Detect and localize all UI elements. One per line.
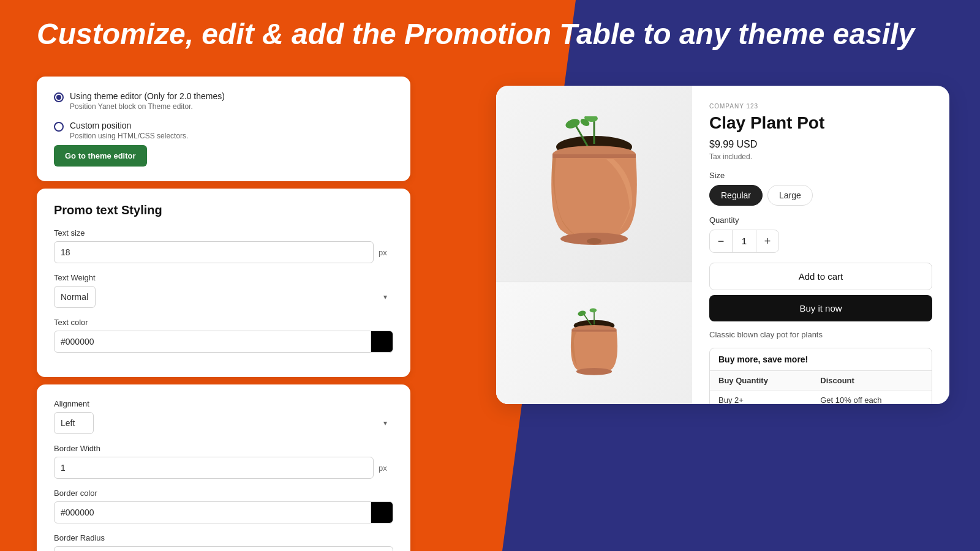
promo-col2-header: Discount (812, 371, 932, 391)
radio-group: Using theme editor (Only for 2.0 themes)… (54, 91, 393, 140)
text-size-label: Text size (54, 228, 393, 238)
size-large-button[interactable]: Large (767, 185, 813, 206)
qty-increase-button[interactable]: + (756, 230, 778, 252)
svg-point-14 (590, 308, 597, 312)
text-color-swatch[interactable] (371, 331, 393, 353)
positioning-card: Using theme editor (Only for 2.0 themes)… (37, 77, 410, 181)
size-regular-button[interactable]: Regular (709, 185, 763, 206)
svg-point-3 (564, 117, 581, 130)
product-price: $9.99 USD (709, 139, 932, 150)
qty-decrease-button[interactable]: − (710, 230, 732, 252)
svg-point-9 (587, 238, 601, 244)
radio-sublabel-2: Position using HTML/CSS selectors. (70, 132, 188, 140)
promo-table-row: Buy 2+Get 10% off each (710, 391, 932, 405)
text-color-input[interactable] (54, 331, 371, 353)
text-color-field: Text color (54, 318, 393, 353)
text-size-field: Text size px (54, 228, 393, 263)
promo-text-styling-card: Promo text Styling Text size px Text Wei… (37, 189, 410, 377)
size-options: Regular Large (709, 185, 932, 206)
text-color-input-row (54, 331, 393, 353)
product-description: Classic blown clay pot for plants (709, 330, 932, 339)
text-weight-wrapper: Normal Bold Light (54, 286, 393, 308)
size-label: Size (709, 171, 932, 180)
radio-circle-1 (54, 92, 64, 102)
pot-image-small (564, 307, 625, 380)
right-panel: COMPANY 123 Clay Plant Pot $9.99 USD Tax… (496, 86, 949, 404)
theme-editor-button[interactable]: Go to theme editor (54, 145, 147, 167)
product-image-main (496, 86, 692, 282)
promo-text-section-title: Promo text Styling (54, 203, 393, 217)
border-width-input[interactable] (54, 457, 374, 479)
border-color-swatch[interactable] (371, 501, 393, 523)
border-color-label: Border color (54, 489, 393, 498)
add-to-cart-button[interactable]: Add to cart (709, 263, 932, 290)
qty-value: 1 (732, 230, 756, 252)
border-radius-field: Border Radius (54, 533, 393, 551)
promo-discount-cell: Get 10% off each (812, 391, 932, 405)
header: Customize, edit & add the Promotion Tabl… (37, 18, 943, 51)
text-color-label: Text color (54, 318, 393, 327)
product-info: COMPANY 123 Clay Plant Pot $9.99 USD Tax… (692, 86, 949, 404)
text-weight-label: Text Weight (54, 273, 393, 282)
border-color-field: Border color (54, 489, 393, 523)
text-size-unit: px (379, 248, 393, 257)
promo-qty-cell: Buy 2+ (710, 391, 812, 405)
border-color-input-row (54, 501, 393, 523)
border-width-field: Border Width px (54, 444, 393, 479)
product-title: Clay Plant Pot (709, 113, 932, 133)
radio-sublabel-1: Position Yanet block on Theme editor. (70, 102, 225, 111)
promo-table: Buy Quantity Discount Buy 2+Get 10% off … (710, 371, 932, 404)
border-width-unit: px (379, 463, 393, 473)
border-radius-input[interactable] (54, 546, 393, 551)
radio-text-2: Custom position Position using HTML/CSS … (70, 121, 188, 140)
promo-table-box: Buy more, save more! Buy Quantity Discou… (709, 348, 932, 404)
radio-label-1: Using theme editor (Only for 2.0 themes) (70, 91, 225, 101)
radio-text-1: Using theme editor (Only for 2.0 themes)… (70, 91, 225, 111)
border-radius-label: Border Radius (54, 533, 393, 542)
product-image-secondary (496, 282, 692, 404)
alignment-field: Alignment Left Center Right (54, 399, 393, 434)
promo-col1-header: Buy Quantity (710, 371, 812, 391)
text-size-input[interactable] (54, 241, 374, 263)
company-name: COMPANY 123 (709, 103, 932, 110)
left-panel: Using theme editor (Only for 2.0 themes)… (37, 77, 410, 551)
pot-image-main (539, 116, 649, 251)
radio-option-2[interactable]: Custom position Position using HTML/CSS … (54, 121, 393, 140)
product-images (496, 86, 692, 404)
qty-control: − 1 + (709, 230, 779, 253)
radio-label-2: Custom position (70, 121, 188, 130)
alignment-label: Alignment (54, 399, 393, 408)
buy-now-button[interactable]: Buy it now (709, 295, 932, 321)
border-color-input[interactable] (54, 501, 371, 523)
qty-label: Quantity (709, 216, 932, 225)
border-width-label: Border Width (54, 444, 393, 453)
promo-header: Buy more, save more! (710, 348, 932, 371)
svg-point-17 (576, 368, 612, 375)
radio-option-1[interactable]: Using theme editor (Only for 2.0 themes)… (54, 91, 393, 111)
alignment-select[interactable]: Left Center Right (54, 412, 94, 434)
text-weight-select[interactable]: Normal Bold Light (54, 286, 96, 308)
product-card: COMPANY 123 Clay Plant Pot $9.99 USD Tax… (496, 86, 949, 404)
radio-circle-2 (54, 122, 64, 132)
border-settings-card: Alignment Left Center Right Border Width… (37, 384, 410, 551)
tax-info: Tax included. (709, 152, 932, 161)
text-weight-field: Text Weight Normal Bold Light (54, 273, 393, 308)
alignment-wrapper: Left Center Right (54, 412, 393, 434)
page-title: Customize, edit & add the Promotion Tabl… (37, 18, 943, 51)
